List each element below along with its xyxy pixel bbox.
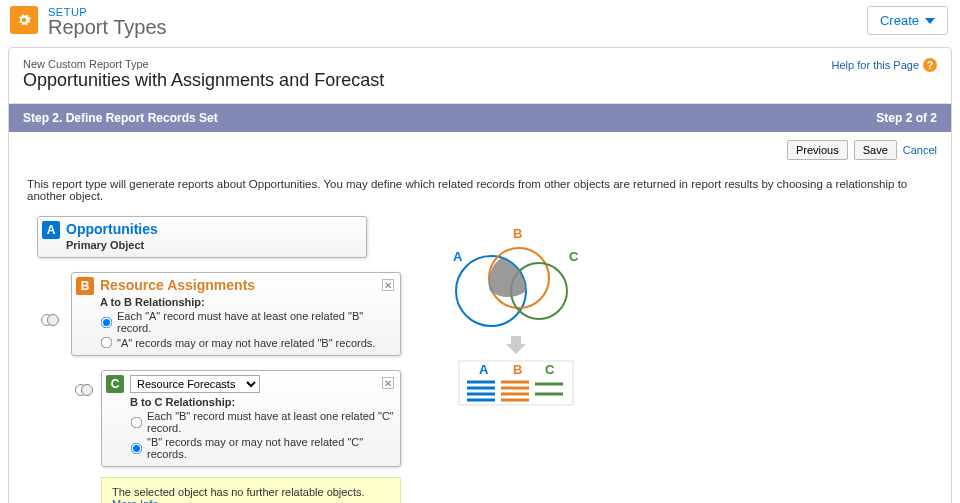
bc-radio-2[interactable] <box>131 442 143 454</box>
previous-button-top[interactable]: Previous <box>787 140 848 160</box>
badge-c: C <box>106 375 124 393</box>
object-card-a: A Opportunities Primary Object <box>37 216 367 258</box>
help-link[interactable]: Help for this Page ? <box>832 58 937 72</box>
cancel-link-top[interactable]: Cancel <box>903 144 937 156</box>
badge-b: B <box>76 277 94 295</box>
svg-text:A: A <box>479 362 489 377</box>
bc-option-2[interactable]: "B" records may or may not have related … <box>130 436 394 460</box>
object-a-title: Opportunities <box>66 221 360 237</box>
venn-label-b: B <box>513 226 522 241</box>
button-row-top: Previous Save Cancel <box>9 132 951 160</box>
object-c-select[interactable]: Resource Forecasts <box>130 375 260 393</box>
venn-diagram: A B C A B C <box>441 216 591 503</box>
close-icon-b[interactable]: ✕ <box>382 279 394 291</box>
bc-radio-1[interactable] <box>131 416 143 428</box>
ab-radio-2[interactable] <box>101 337 113 349</box>
ab-relationship-title: A to B Relationship: <box>100 296 394 308</box>
gear-icon <box>10 6 38 34</box>
bc-option-2-label: "B" records may or may not have related … <box>147 436 394 460</box>
svg-text:B: B <box>513 362 522 377</box>
close-icon-c[interactable]: ✕ <box>382 377 394 389</box>
ab-option-2[interactable]: "A" records may or may not have related … <box>100 336 394 349</box>
chevron-down-icon <box>925 18 935 24</box>
ab-option-1-label: Each "A" record must have at least one r… <box>117 310 394 334</box>
step-bar-left: Step 2. Define Report Records Set <box>23 111 218 125</box>
breadcrumb: New Custom Report Type <box>23 58 384 70</box>
svg-text:C: C <box>545 362 555 377</box>
more-info-link[interactable]: More Info <box>112 498 158 503</box>
page-header: SETUP Report Types Create <box>0 0 960 39</box>
object-card-b: B ✕ Resource Assignments A to B Relation… <box>71 272 401 356</box>
bc-option-1-label: Each "B" record must have at least one r… <box>147 410 394 434</box>
ab-option-2-label: "A" records may or may not have related … <box>117 337 375 349</box>
connector-bc-icon <box>75 384 93 396</box>
ab-radio-1[interactable] <box>101 316 113 328</box>
help-icon: ? <box>923 58 937 72</box>
description-text: This report type will generate reports a… <box>9 160 951 212</box>
page-title: Report Types <box>48 16 867 39</box>
arrow-down-icon <box>506 336 526 354</box>
object-b-title: Resource Assignments <box>100 277 394 293</box>
badge-a: A <box>42 221 60 239</box>
connector-ab-icon <box>41 314 59 326</box>
help-link-label: Help for this Page <box>832 59 919 71</box>
info-box-text: The selected object has no further relat… <box>112 486 365 498</box>
bc-option-1[interactable]: Each "B" record must have at least one r… <box>130 410 394 434</box>
venn-label-c: C <box>569 249 579 264</box>
save-button-top[interactable]: Save <box>854 140 897 160</box>
create-button[interactable]: Create <box>867 6 948 35</box>
bc-relationship-title: B to C Relationship: <box>130 396 394 408</box>
step-bar-right: Step 2 of 2 <box>876 111 937 125</box>
objects-column: A Opportunities Primary Object B ✕ Resou… <box>37 216 401 503</box>
object-a-subtitle: Primary Object <box>66 239 360 251</box>
page-subtitle: Opportunities with Assignments and Forec… <box>23 70 384 91</box>
object-card-c: C ✕ Resource Forecasts B to C Relationsh… <box>101 370 401 467</box>
create-button-label: Create <box>880 13 919 28</box>
venn-label-a: A <box>453 249 463 264</box>
ab-option-1[interactable]: Each "A" record must have at least one r… <box>100 310 394 334</box>
info-box: The selected object has no further relat… <box>101 477 401 503</box>
main-panel: New Custom Report Type Opportunities wit… <box>8 47 952 503</box>
step-bar: Step 2. Define Report Records Set Step 2… <box>9 104 951 132</box>
